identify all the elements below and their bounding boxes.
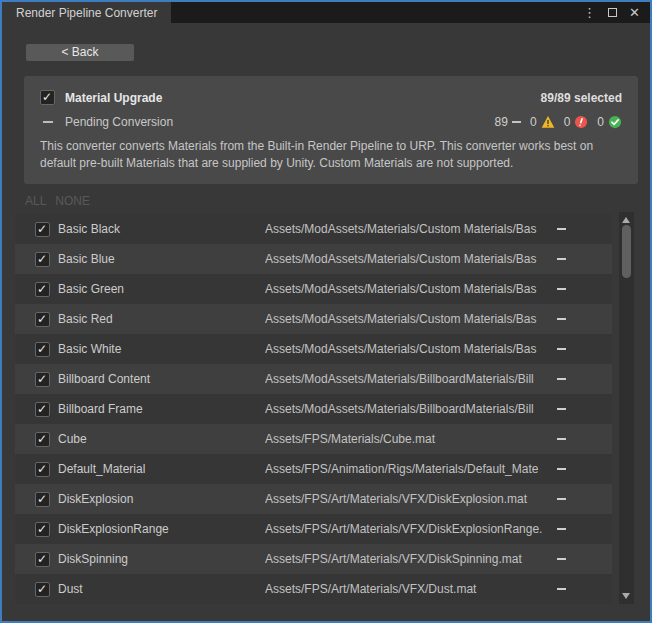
converter-description: This converter converts Materials from t… [40,138,622,172]
scroll-up-arrow-icon[interactable] [622,217,630,223]
pending-label: Pending Conversion [65,115,173,129]
scrollbar-thumb[interactable] [622,225,631,278]
table-row[interactable]: Dust Assets/FPS/Art/Materials/VFX/Dust.m… [15,574,612,604]
material-name: Cube [58,432,265,446]
material-path: Assets/ModAssets/Materials/Custom Materi… [265,342,553,356]
window-controls: ⋮ ✕ [583,2,650,23]
error-count-group: 0 [564,115,589,129]
warning-count: 0 [530,115,537,129]
row-status [557,378,566,380]
row-status-dash-icon [557,558,566,560]
table-row[interactable]: Basic Blue Assets/ModAssets/Materials/Cu… [15,244,612,274]
material-path: Assets/FPS/Art/Materials/VFX/Dust.mat [265,582,553,596]
material-path: Assets/FPS/Art/Materials/VFX/DiskExplosi… [265,492,553,506]
material-path: Assets/ModAssets/Materials/Custom Materi… [265,312,553,326]
success-count: 0 [597,115,604,129]
row-status-dash-icon [557,588,566,590]
maximize-icon[interactable] [608,8,617,17]
table-row[interactable]: Cube Assets/FPS/Materials/Cube.mat [15,424,612,454]
row-checkbox[interactable] [35,282,50,297]
row-checkbox[interactable] [35,312,50,327]
row-status-dash-icon [557,228,566,230]
scroll-down-arrow-icon[interactable] [622,593,630,599]
table-row[interactable]: Basic White Assets/ModAssets/Materials/C… [15,334,612,364]
row-status-dash-icon [557,498,566,500]
back-button[interactable]: < Back [25,43,135,62]
converter-checkbox[interactable] [40,90,55,105]
pending-conversion-row[interactable]: Pending Conversion 89 0 0 [40,115,622,129]
material-name: Basic Green [58,282,265,296]
material-path: Assets/FPS/Animation/Rigs/Materials/Defa… [265,462,553,476]
row-checkbox[interactable] [35,492,50,507]
pending-status-dash-icon [512,121,521,123]
row-status-dash-icon [557,408,566,410]
row-status [557,288,566,290]
row-checkbox[interactable] [35,222,50,237]
pending-count-group: 89 [495,115,521,129]
table-row[interactable]: DiskExplosionRange Assets/FPS/Art/Materi… [15,514,612,544]
material-path: Assets/ModAssets/Materials/Custom Materi… [265,222,553,236]
row-checkbox[interactable] [35,252,50,267]
tab-render-pipeline-converter[interactable]: Render Pipeline Converter [2,2,171,23]
table-row[interactable]: DiskExplosion Assets/FPS/Art/Materials/V… [15,484,612,514]
row-checkbox[interactable] [35,462,50,477]
table-row[interactable]: Basic Black Assets/ModAssets/Materials/C… [15,214,612,244]
row-checkbox[interactable] [35,552,50,567]
render-pipeline-converter-window: Render Pipeline Converter ⋮ ✕ < Back Mat… [0,0,652,623]
vertical-scrollbar[interactable] [619,212,634,604]
material-path: Assets/FPS/Art/Materials/VFX/DiskSpinnin… [265,552,553,566]
material-name: Basic White [58,342,265,356]
pending-dash-icon [43,121,53,123]
close-icon[interactable]: ✕ [629,6,640,19]
row-checkbox[interactable] [35,522,50,537]
kebab-menu-icon[interactable]: ⋮ [583,6,596,19]
row-checkbox[interactable] [35,372,50,387]
converter-header-row: Material Upgrade 89/89 selected [40,90,622,105]
material-name: DiskSpinning [58,552,265,566]
row-status-dash-icon [557,258,566,260]
row-status [557,228,566,230]
material-name: Default_Material [58,462,265,476]
row-status-dash-icon [557,528,566,530]
row-checkbox[interactable] [35,432,50,447]
row-status-dash-icon [557,378,566,380]
tab-title: Render Pipeline Converter [16,6,157,20]
success-icon [608,115,622,129]
selected-count: 89/89 selected [541,91,622,105]
row-status-dash-icon [557,348,566,350]
row-status-dash-icon [557,288,566,290]
row-status [557,408,566,410]
warning-icon [541,115,555,129]
material-rows: Basic Black Assets/ModAssets/Materials/C… [15,214,612,604]
table-row[interactable]: Billboard Frame Assets/ModAssets/Materia… [15,394,612,424]
material-name: DiskExplosionRange [58,522,265,536]
material-name: Billboard Frame [58,402,265,416]
table-row[interactable]: Basic Green Assets/ModAssets/Materials/C… [15,274,612,304]
table-row[interactable]: Basic Red Assets/ModAssets/Materials/Cus… [15,304,612,334]
row-status [557,318,566,320]
row-status [557,558,566,560]
row-status [557,498,566,500]
table-row[interactable]: Billboard Content Assets/ModAssets/Mater… [15,364,612,394]
table-row[interactable]: DiskSpinning Assets/FPS/Art/Materials/VF… [15,544,612,574]
row-checkbox[interactable] [35,342,50,357]
material-name: Dust [58,582,265,596]
row-status [557,258,566,260]
row-status [557,348,566,350]
error-count: 0 [564,115,571,129]
row-checkbox[interactable] [35,402,50,417]
row-status-dash-icon [557,468,566,470]
table-row[interactable]: Default_Material Assets/FPS/Animation/Ri… [15,454,612,484]
converter-name: Material Upgrade [65,91,162,105]
select-all-button[interactable]: ALL [25,194,46,208]
select-none-button[interactable]: NONE [55,194,90,208]
material-name: Basic Black [58,222,265,236]
row-checkbox[interactable] [35,582,50,597]
material-path: Assets/ModAssets/Materials/Custom Materi… [265,252,553,266]
row-status [557,588,566,590]
row-status-dash-icon [557,438,566,440]
row-status-dash-icon [557,318,566,320]
pending-count: 89 [495,115,508,129]
status-counts: 89 0 0 [495,115,622,129]
material-path: Assets/FPS/Materials/Cube.mat [265,432,553,446]
